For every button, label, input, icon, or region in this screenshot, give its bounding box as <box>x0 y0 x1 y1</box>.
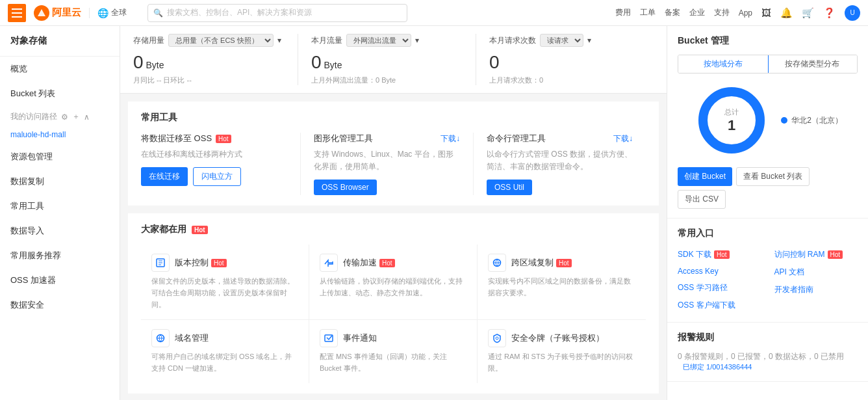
nav-link-support[interactable]: 支持 <box>714 7 730 18</box>
storage-select-input[interactable]: 总用量（不含 ECS 快照） <box>168 34 274 47</box>
domain-name: 域名管理 <box>175 332 209 344</box>
donut-total-value: 1 <box>724 117 739 134</box>
popular-section: 大家都在用 Hot 版本控制 Hot 保留文件的历史版本，描述导致 <box>128 213 659 393</box>
entry-access-key: Access Key <box>678 265 761 278</box>
sidebar-item-data-copy[interactable]: 数据复制 <box>0 169 120 194</box>
cross-region-hot: Hot <box>556 259 572 267</box>
section-label: 我的访问路径 <box>10 111 57 122</box>
report-rule-right-title: 报警规则 <box>678 332 858 343</box>
domain-icon <box>151 329 170 347</box>
global-selector[interactable]: 🌐 全球 <box>97 7 127 18</box>
sidebar-item-tools[interactable]: 常用工具 <box>0 194 120 219</box>
chart-legend: 华北2（北京） <box>781 115 843 126</box>
bucket-tab-region[interactable]: 按地域分布 <box>678 55 769 73</box>
domain-desc: 可将用户自己的域名绑定到 OSS 域名上，并支持 CDN 一键加速。 <box>151 351 298 374</box>
bucket-mgmt-title: Bucket 管理 <box>678 35 858 47</box>
logo: 阿里云 <box>34 5 81 21</box>
sidebar-item-maluole[interactable]: maluole-hd-mall <box>0 125 120 144</box>
sidebar-item-overview[interactable]: 概览 <box>0 57 120 81</box>
chevron-down-icon2: ▾ <box>415 36 419 45</box>
flash-cube-button[interactable]: 闪电立方 <box>193 167 241 186</box>
global-label: 全球 <box>111 7 127 18</box>
user-avatar[interactable]: U <box>845 5 860 21</box>
nav-link-fee[interactable]: 费用 <box>615 7 631 18</box>
svg-point-9 <box>496 337 498 340</box>
tools-section: 常用工具 将数据迁移至 OSS Hot 在线迁移和离线迁移两种方式 在线迁移 闪… <box>128 101 659 206</box>
tool-card-gui: 图形化管理工具 下载↓ 支持 Windows、Linux、Mac 平台，图形化界… <box>301 133 474 195</box>
stats-requests: 本月请求次数 读请求 ▾ 0 上月请求次数：0 <box>476 34 654 85</box>
popular-title: 大家都在用 Hot <box>141 224 646 235</box>
nav-right: 费用 工单 备案 企业 支持 App 🖼 🔔 🛒 ❓ U <box>615 5 860 21</box>
bucket-mgmt-section: Bucket 管理 按地域分布 按存储类型分布 总计 1 <box>667 26 868 219</box>
oss-client-download-link[interactable]: OSS 客户端下载 <box>678 298 761 313</box>
tool-migrate-desc: 在线迁移和离线迁移两种方式 <box>141 148 287 161</box>
requests-select-input[interactable]: 读请求 <box>540 34 583 47</box>
api-docs-link[interactable]: API 文档 <box>774 265 858 280</box>
traffic-label: 本月流量 <box>311 35 342 46</box>
sidebar-item-bucket-list[interactable]: Bucket 列表 <box>0 81 120 106</box>
popular-item-security: 安全令牌（子账号授权） 通过 RAM 和 STS 为子账号授予临时的访问权限。 <box>478 320 646 383</box>
tool-card-migrate: 将数据迁移至 OSS Hot 在线迁移和离线迁移两种方式 在线迁移 闪电立方 <box>141 133 301 195</box>
transfer-icon <box>320 254 338 272</box>
bucket-tab-type[interactable]: 按存储类型分布 <box>768 55 858 73</box>
event-name: 事件通知 <box>343 332 377 344</box>
stats-storage-select: 存储用量 总用量（不含 ECS 快照） ▾ <box>133 34 285 47</box>
right-panel: Bucket 管理 按地域分布 按存储类型分布 总计 1 <box>667 26 868 400</box>
nav-link-enterprise[interactable]: 企业 <box>689 7 705 18</box>
popular-item-cross-region: 跨区域复制 Hot 实现账号内不同区域之间的数据备份，满足数据容灾要求。 <box>478 245 646 320</box>
help-icon[interactable]: ❓ <box>823 7 836 19</box>
requests-label: 本月请求次数 <box>489 35 536 46</box>
ram-link[interactable]: 访问控制 RAM <box>774 247 825 262</box>
search-bar[interactable]: 🔍 搜索文档、控制台、API、解决方案和资源 <box>147 4 407 22</box>
oss-browser-button[interactable]: OSS Browser <box>314 180 377 195</box>
menu-button[interactable] <box>8 4 26 22</box>
bucket-actions: 创建 Bucket 查看 Bucket 列表 导出 CSV <box>678 167 858 209</box>
nav-link-ticket[interactable]: 工单 <box>640 7 656 18</box>
plus-icon[interactable]: ＋ <box>72 111 80 122</box>
oss-util-button[interactable]: OSS Util <box>487 180 532 195</box>
search-placeholder: 搜索文档、控制台、API、解决方案和资源 <box>167 7 312 18</box>
nav-link-app[interactable]: App <box>739 8 752 18</box>
cli-download-link[interactable]: 下载↓ <box>613 133 633 144</box>
gui-download-link[interactable]: 下载↓ <box>440 133 460 144</box>
online-migrate-button[interactable]: 在线迁移 <box>141 167 188 186</box>
donut-label: 总计 1 <box>724 107 739 134</box>
sidebar-item-recommend[interactable]: 常用服务推荐 <box>0 243 120 268</box>
view-bucket-list-button[interactable]: 查看 Bucket 列表 <box>736 167 810 186</box>
tools-title: 常用工具 <box>141 112 646 124</box>
traffic-value: 0 Byte <box>311 52 463 73</box>
access-key-link[interactable]: Access Key <box>678 265 761 278</box>
requests-value: 0 <box>489 52 641 73</box>
security-name: 安全令牌（子账号授权） <box>511 332 604 344</box>
developer-guide-link[interactable]: 开发者指南 <box>774 282 858 297</box>
sidebar-section-access-path: 我的访问路径 ⚙ ＋ ∧ <box>0 106 120 125</box>
report-rule-user-link[interactable]: 巳绑定 1/0014386444 <box>683 363 752 371</box>
stats-requests-select: 本月请求次数 读请求 ▾ <box>489 34 641 47</box>
tool-migrate-name: 将数据迁移至 OSS Hot <box>141 133 287 144</box>
cross-region-icon <box>488 254 506 272</box>
sidebar-item-data-import[interactable]: 数据导入 <box>0 219 120 243</box>
gear-icon[interactable]: ⚙ <box>61 113 68 122</box>
sidebar-item-data-security[interactable]: 数据安全 <box>0 293 120 317</box>
common-entries-section: 常用入口 SDK 下载 Hot Access Key OSS 学习路径 OSS … <box>667 219 868 323</box>
oss-learning-link[interactable]: OSS 学习路径 <box>678 280 761 295</box>
tool-cli-name: 命令行管理工具 下载↓ <box>487 133 633 144</box>
entries-left: SDK 下载 Hot Access Key OSS 学习路径 OSS 客户端下载 <box>678 247 761 313</box>
entries-right: 访问控制 RAM Hot API 文档 开发者指南 <box>774 247 858 313</box>
sidebar-item-oss-accelerator[interactable]: OSS 加速器 <box>0 268 120 293</box>
bell-icon[interactable]: 🔔 <box>780 7 793 19</box>
sidebar-title: 对象存储 <box>0 26 120 57</box>
cart-icon[interactable]: 🛒 <box>802 7 814 19</box>
export-csv-button[interactable]: 导出 CSV <box>678 190 726 209</box>
tool-cli-buttons: OSS Util <box>487 180 633 195</box>
create-bucket-button[interactable]: 创建 Bucket <box>678 167 732 186</box>
transfer-desc: 从传输链路，协议到存储的端到端优化，支持上传加速、动态、静态文件加速。 <box>320 276 466 299</box>
sidebar-item-resource[interactable]: 资源包管理 <box>0 144 120 169</box>
sdk-download-link[interactable]: SDK 下载 <box>678 247 711 262</box>
nav-link-icp[interactable]: 备案 <box>665 7 680 18</box>
chevron-up-icon[interactable]: ∧ <box>84 113 90 122</box>
image-icon[interactable]: 🖼 <box>761 7 771 18</box>
report-rule-section: 报警规则 0 条报警规则，0 已报警，0 数据达标，0 已禁用 巳绑定 1/00… <box>667 323 868 382</box>
entry-ram: 访问控制 RAM Hot <box>774 247 858 262</box>
traffic-select-input[interactable]: 外网流出流量 <box>346 34 411 47</box>
